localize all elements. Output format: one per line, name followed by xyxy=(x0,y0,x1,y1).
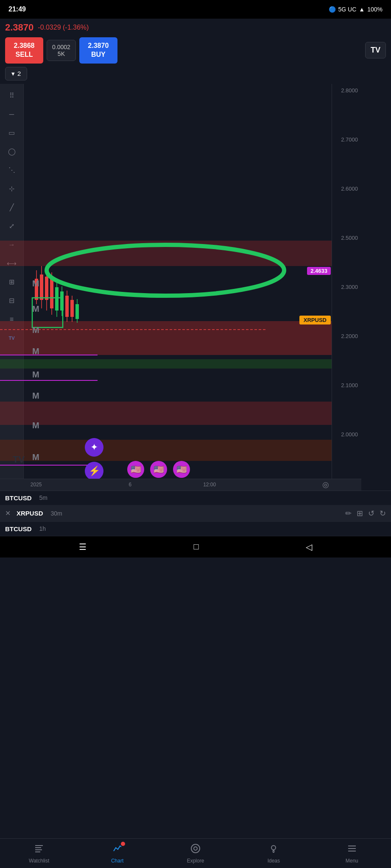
price-scale: 2.8000 2.7000 2.6000 2.5000 2.3000 2.200… xyxy=(332,84,361,491)
android-back-button[interactable]: ◁ xyxy=(306,542,312,552)
bluetooth-icon: 🔵 xyxy=(329,6,336,13)
chart-container[interactable]: ⠿ ─ ▭ ◯ ⋱ ⊹ ╱ ⤢ → ⟷ ⊞ ⊟ ≡ TV xyxy=(0,84,391,491)
edit-icon[interactable]: ✏ xyxy=(345,509,352,518)
badge-4633: 2.4633 xyxy=(307,267,331,275)
zone-band-mid xyxy=(0,321,332,355)
status-bar: 21:49 🔵 5G UC ▲ 100% xyxy=(0,0,391,19)
instrument-tf-30m: 30m xyxy=(51,510,62,517)
instrument-actions: ✏ ⊞ ↺ ↻ xyxy=(345,509,386,518)
purple-lightning-button[interactable]: ⚡ xyxy=(85,462,103,480)
instrument-item-btcusd-5m[interactable]: BTCUSD 5m xyxy=(0,491,391,505)
instrument-name-xrpusd: XRPUSD xyxy=(17,510,43,517)
zone-band-lower1 xyxy=(0,402,332,425)
filter-icon[interactable]: ⊞ xyxy=(357,509,363,518)
time-tick-6: 6 xyxy=(128,482,131,488)
zone-band-upper xyxy=(0,241,332,266)
m-marker-8: M xyxy=(32,452,39,462)
instrument-name-btcusd-1h: BTCUSD xyxy=(5,525,32,532)
m-marker-2: M xyxy=(32,304,39,314)
time-tick-2025: 2025 xyxy=(31,482,42,488)
m-marker-1: M xyxy=(32,279,39,288)
dropdown-value: 2 xyxy=(17,70,21,77)
price-badge-1: 2.4633 xyxy=(307,267,331,275)
instrument-tf-5m: 5m xyxy=(39,494,47,501)
price-change: -0.0329 (-1.36%) xyxy=(38,24,89,31)
network-label: 5G UC xyxy=(338,6,357,13)
trade-controls: 2.3868 SELL 0.0002 5K 2.3870 BUY TV xyxy=(5,37,386,64)
price-line: 2.3870 -0.0329 (-1.36%) xyxy=(5,22,386,33)
chart-dropdown-button[interactable]: ▾ 2 xyxy=(5,67,27,80)
instrument-item-xrpusd-30m[interactable]: ✕ XRPUSD 30m ✏ ⊞ ↺ ↻ xyxy=(0,505,391,522)
price-label-1000: 2.1000 xyxy=(332,382,361,388)
trading-header: 2.3870 -0.0329 (-1.36%) 2.3868 SELL 0.00… xyxy=(0,19,391,84)
instrument-name-btcusd-5m: BTCUSD xyxy=(5,494,32,502)
time-axis: 2025 6 12:00 ◎ xyxy=(0,479,361,491)
tv-watermark: TV xyxy=(13,454,25,465)
bottom-panel: BTCUSD 5m ✕ XRPUSD 30m ✏ ⊞ ↺ ↻ BTCUSD 1h xyxy=(0,491,391,536)
android-menu-button[interactable]: ☰ xyxy=(79,542,87,552)
time-tick-1200: 12:00 xyxy=(203,482,216,488)
buy-price: 2.3870 xyxy=(86,42,111,50)
close-icon-xrpusd[interactable]: ✕ xyxy=(5,509,11,517)
chart-canvas[interactable]: M M M M M M M M M 2.4633 2.4479 2.4104 2… xyxy=(0,84,361,491)
m-marker-5: M xyxy=(32,370,39,380)
battery-label: 100% xyxy=(367,6,383,13)
spread-box: 0.0002 5K xyxy=(47,40,76,61)
sell-label: SELL xyxy=(12,50,36,59)
price-label-8000: 2.8000 xyxy=(332,87,361,94)
event-icons: 🇺🇸 🇺🇸 🇺🇸 xyxy=(127,461,190,478)
buy-label: BUY xyxy=(86,50,111,59)
price-label-0: 2.0000 xyxy=(332,431,361,438)
instrument-tf-1h: 1h xyxy=(39,525,46,532)
instrument-item-btcusd-1h[interactable]: BTCUSD 1h xyxy=(0,522,391,536)
event-icon-2[interactable]: 🇺🇸 xyxy=(150,461,167,478)
symbol-label: XRPUSD xyxy=(299,316,331,324)
spread-value: 0.0002 xyxy=(52,44,70,50)
undo-icon[interactable]: ↺ xyxy=(368,509,374,518)
android-home-button[interactable]: □ xyxy=(193,542,198,552)
m-marker-3: M xyxy=(32,325,39,335)
zone-band-lower2 xyxy=(0,440,332,461)
event-icon-3[interactable]: 🇺🇸 xyxy=(173,461,190,478)
purple-star-button[interactable]: ✦ xyxy=(85,438,103,457)
instrument-list: BTCUSD 5m ✕ XRPUSD 30m ✏ ⊞ ↺ ↻ BTCUSD 1h xyxy=(0,491,391,536)
tv-logo-icon: TV xyxy=(371,46,380,54)
event-icon-1[interactable]: 🇺🇸 xyxy=(127,461,144,478)
spread-unit: 5K xyxy=(52,50,70,57)
zone-green xyxy=(0,359,332,369)
target-icon[interactable]: ◎ xyxy=(322,480,329,489)
status-time: 21:49 xyxy=(8,6,26,13)
android-nav: ☰ □ ◁ xyxy=(0,536,391,557)
chart-options: ▾ 2 xyxy=(5,67,386,80)
sell-price: 2.3868 xyxy=(12,42,36,50)
m-marker-7: M xyxy=(32,421,39,430)
chevron-down-icon: ▾ xyxy=(11,70,15,78)
tradingview-logo-button[interactable]: TV xyxy=(365,42,386,58)
redo-icon[interactable]: ↻ xyxy=(380,509,386,518)
m-marker-6: M xyxy=(32,391,39,401)
price-main: 2.3870 xyxy=(5,22,34,33)
m-marker-4: M xyxy=(32,347,39,356)
signal-icon: ▲ xyxy=(359,6,365,13)
price-label-5000: 2.5000 xyxy=(332,235,361,241)
price-label-6000: 2.6000 xyxy=(332,186,361,192)
sell-button[interactable]: 2.3868 SELL xyxy=(5,37,43,64)
symbol-tooltip: XRPUSD xyxy=(299,316,331,324)
price-label-2000: 2.2000 xyxy=(332,333,361,339)
buy-button[interactable]: 2.3870 BUY xyxy=(79,37,117,64)
price-label-7000: 2.7000 xyxy=(332,136,361,143)
status-right: 🔵 5G UC ▲ 100% xyxy=(329,6,383,13)
chart-svg xyxy=(0,84,361,491)
price-label-3000: 2.3000 xyxy=(332,284,361,290)
